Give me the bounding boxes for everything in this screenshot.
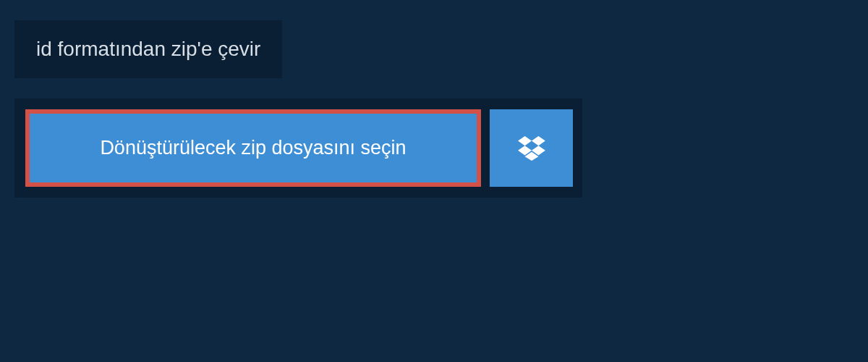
dropbox-button[interactable]: [490, 109, 573, 187]
select-file-button[interactable]: Dönüştürülecek zip dosyasını seçin: [25, 109, 481, 187]
upload-panel: Dönüştürülecek zip dosyasını seçin: [14, 98, 582, 198]
dropbox-icon: [518, 136, 545, 161]
page-title: id formatından zip'e çevir: [14, 20, 282, 78]
